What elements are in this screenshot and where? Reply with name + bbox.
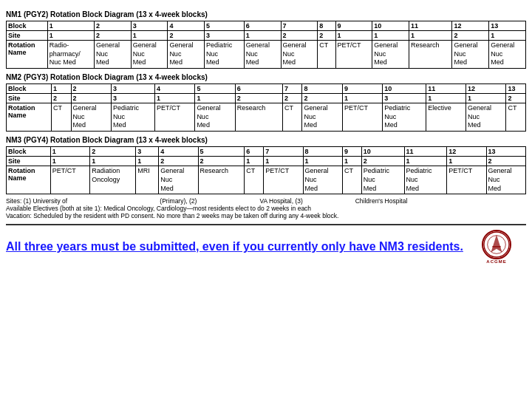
page-container: NM1 (PGY2) Rotation Block Diagram (13 x …	[6, 10, 526, 264]
diagram-3-title: NM3 (PGY4) Rotation Block Diagram (13 x …	[6, 136, 526, 144]
block-1-6: 6	[244, 21, 281, 31]
rotation-label-1: RotationName	[7, 41, 48, 69]
rotation-label-3: RotationName	[7, 166, 51, 194]
block-1-10: 10	[372, 21, 409, 31]
rotation-label-2: RotationName	[7, 103, 52, 132]
vacation-line: Vacation: Scheduled by the resident with…	[6, 212, 526, 219]
sites-line: Sites: (1) University of (Primary), (2) …	[6, 197, 526, 205]
header-row-3: Block 1234 5678 910111213	[7, 147, 526, 157]
block-1-13: 13	[489, 21, 526, 31]
site-row-1: Site 1212 3122 11121	[7, 31, 526, 41]
block-1-2: 2	[94, 21, 131, 31]
block-1-3: 3	[131, 21, 168, 31]
rotation-row-1: RotationName Radio-pharmacy/Nuc Med Gene…	[7, 41, 526, 69]
site3-text: Children's Hospital	[355, 197, 408, 205]
site-row-3: Site 1112 2111 12112	[7, 157, 526, 166]
bottom-message: All three years must be submitted, even …	[6, 240, 467, 253]
site1-text: (1) University of	[24, 197, 68, 205]
block-1-9: 9	[335, 21, 372, 31]
site-label-1: Site	[7, 31, 48, 41]
rotation-row-2: RotationName CT GeneralNucMed PediatricN…	[7, 103, 526, 132]
diagram-1-title: NM1 (PGY2) Rotation Block Diagram (13 x …	[6, 10, 526, 18]
site-label-3: Site	[7, 157, 51, 166]
site1-detail: (Primary), (2)	[160, 197, 197, 205]
bottom-section: All three years must be submitted, even …	[6, 224, 526, 264]
block-1-12: 12	[452, 21, 489, 31]
rotation-row-3: RotationName PET/CT RadiationOncology MR…	[7, 166, 526, 194]
logo-circle	[482, 230, 511, 259]
diagram-3-table: Block 1234 5678 910111213 Site 1112 2111…	[6, 146, 526, 194]
block-1-5: 5	[205, 21, 245, 31]
block-1-4: 4	[168, 21, 205, 31]
block-label-3: Block	[7, 147, 51, 157]
site-row-2: Site 2231 1222 13112	[7, 94, 526, 103]
logo-svg	[483, 231, 510, 259]
electives-line: Available Electives (both at site 1): Me…	[6, 205, 526, 212]
header-row-1: Block 1 2 3 4 5 6 7 8 9 10 11 12 13	[7, 21, 526, 31]
block-1-11: 11	[409, 21, 451, 31]
acgme-logo-area: ACGME	[467, 230, 526, 264]
footer-notes: Sites: (1) University of (Primary), (2) …	[6, 197, 526, 219]
site2-text: VA Hospital, (3)	[259, 197, 302, 205]
block-label-2: Block	[7, 84, 52, 94]
diagram-2-title: NM2 (PGY3) Rotation Block Diagram (13 x …	[6, 73, 526, 81]
diagram-1-table: Block 1 2 3 4 5 6 7 8 9 10 11 12 13 Site…	[6, 21, 526, 69]
header-row-2: Block 1234 5678 910111213	[7, 84, 526, 94]
sites-label: Sites:	[6, 197, 21, 205]
acgme-text: ACGME	[486, 259, 506, 264]
acgme-logo: ACGME	[482, 230, 511, 264]
diagram-2-table: Block 1234 5678 910111213 Site 2231 1222…	[6, 83, 526, 132]
block-1-7: 7	[281, 21, 318, 31]
block-1-1: 1	[47, 21, 94, 31]
site-label-2: Site	[7, 94, 52, 103]
block-1-8: 8	[318, 21, 335, 31]
block-label-1: Block	[7, 21, 48, 31]
